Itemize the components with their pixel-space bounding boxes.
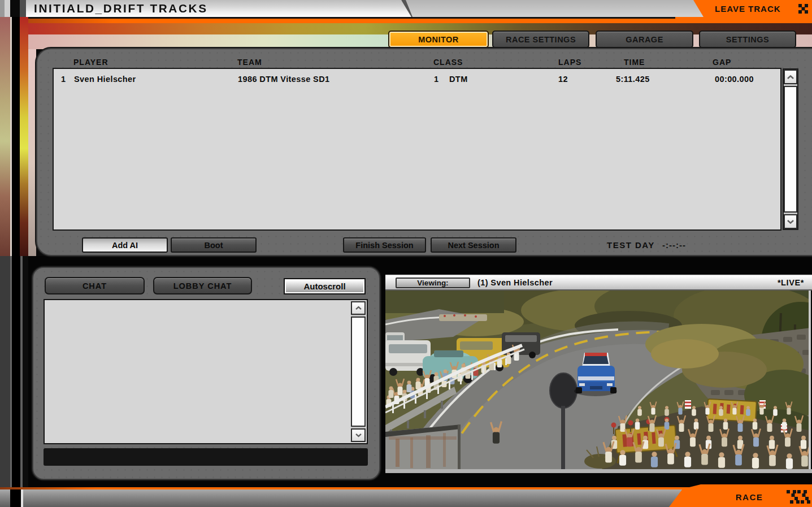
left-gutter-bottom bbox=[0, 256, 28, 487]
col-class: CLASS bbox=[433, 58, 463, 67]
autoscroll-label: Autoscroll bbox=[303, 281, 345, 291]
page-title: INITIALD_DRIFT TRACKS bbox=[34, 2, 208, 15]
viewing-button[interactable]: Viewing: bbox=[396, 278, 470, 288]
viewport-bottom-border bbox=[385, 469, 812, 473]
chat-panel: CHAT LOBBY CHAT Autoscroll bbox=[32, 267, 380, 480]
chat-message-list bbox=[44, 299, 368, 444]
row-laps: 12 bbox=[558, 75, 568, 84]
viewing-button-label: Viewing: bbox=[417, 279, 448, 287]
tab-monitor[interactable]: MONITOR bbox=[388, 31, 489, 48]
monitor-panel: PLAYER TEAM CLASS LAPS TIME GAP 1 Sven H… bbox=[36, 48, 812, 256]
boot-button[interactable]: Boot bbox=[171, 237, 257, 253]
chevron-up-icon bbox=[787, 75, 794, 80]
tab-race-settings-label: RACE SETTINGS bbox=[506, 35, 576, 44]
viewing-panel: Viewing: (1) Sven Hielscher *LIVE* bbox=[385, 275, 812, 474]
chevron-up-icon bbox=[355, 306, 362, 310]
row-team: 1986 DTM Vitesse SD1 bbox=[238, 75, 329, 84]
leave-track-label: LEAVE TRACK bbox=[715, 4, 781, 14]
col-laps: LAPS bbox=[558, 58, 581, 67]
scroll-up-button[interactable] bbox=[784, 70, 797, 84]
race-viewport bbox=[385, 291, 811, 469]
standings-header-row: PLAYER TEAM CLASS LAPS TIME GAP bbox=[37, 58, 812, 68]
col-team: TEAM bbox=[237, 58, 262, 67]
tab-race-settings[interactable]: RACE SETTINGS bbox=[492, 31, 589, 48]
add-ai-label: Add AI bbox=[112, 241, 138, 250]
boot-label: Boot bbox=[204, 241, 223, 250]
chat-scroll-thumb[interactable] bbox=[351, 317, 366, 427]
tab-garage-label: GARAGE bbox=[626, 35, 663, 44]
chat-scroll-down-button[interactable] bbox=[351, 428, 366, 442]
page-root: LEAVE TRACK INITIALD_DRIFT TRACKS MONITO… bbox=[0, 0, 812, 507]
next-session-button[interactable]: Next Session bbox=[431, 237, 516, 253]
row-time: 5:11.425 bbox=[616, 75, 650, 84]
footer-stripes bbox=[0, 489, 28, 507]
tab-settings-label: SETTINGS bbox=[726, 35, 770, 44]
race-viewport-scene bbox=[385, 291, 811, 469]
viewport-right-border bbox=[809, 291, 811, 469]
viewing-header: Viewing: (1) Sven Hielscher *LIVE* bbox=[385, 276, 812, 291]
col-time: TIME bbox=[624, 58, 645, 67]
row-pos: 1 bbox=[61, 75, 66, 84]
row-class: DTM bbox=[449, 75, 468, 84]
chat-tab-button[interactable]: CHAT bbox=[45, 277, 145, 294]
session-type-label: TEST DAY bbox=[607, 240, 655, 250]
left-gutter-top bbox=[0, 17, 28, 256]
lobby-chat-tab-label: LOBBY CHAT bbox=[173, 281, 232, 291]
lobby-chat-tab-button[interactable]: LOBBY CHAT bbox=[153, 277, 252, 294]
row-player: Sven Hielscher bbox=[74, 75, 136, 84]
finish-session-button[interactable]: Finish Session bbox=[343, 237, 426, 253]
scroll-down-button[interactable] bbox=[784, 214, 797, 229]
chevron-down-icon bbox=[355, 433, 362, 437]
leave-track-checkered-icon bbox=[798, 4, 808, 14]
race-label: RACE bbox=[736, 492, 763, 502]
live-badge: *LIVE* bbox=[778, 278, 804, 287]
row-class-pos: 1 bbox=[434, 75, 438, 84]
pastel-left-strip bbox=[28, 49, 36, 256]
viewing-target: (1) Sven Hielscher bbox=[477, 278, 553, 287]
chat-scrollbar bbox=[351, 301, 366, 442]
add-ai-button[interactable]: Add AI bbox=[82, 237, 168, 253]
next-session-label: Next Session bbox=[448, 241, 499, 250]
chat-scroll-up-button[interactable] bbox=[351, 301, 366, 315]
row-gap: 00:00.000 bbox=[715, 75, 754, 84]
standings-row[interactable]: 1 Sven Hielscher 1986 DTM Vitesse SD1 1 … bbox=[54, 69, 780, 86]
tab-garage[interactable]: GARAGE bbox=[596, 31, 693, 48]
finish-session-label: Finish Session bbox=[355, 241, 413, 250]
race-arrows-icon bbox=[787, 490, 810, 504]
col-player: PLAYER bbox=[73, 58, 108, 67]
standings-scrollbar bbox=[783, 68, 798, 230]
standings-list: 1 Sven Hielscher 1986 DTM Vitesse SD1 1 … bbox=[53, 68, 781, 231]
title-bar: LEAVE TRACK INITIALD_DRIFT TRACKS bbox=[0, 0, 812, 17]
tab-monitor-label: MONITOR bbox=[418, 35, 459, 44]
tab-settings[interactable]: SETTINGS bbox=[699, 31, 796, 48]
chat-tab-label: CHAT bbox=[82, 281, 107, 291]
session-time: -:--:-- bbox=[662, 240, 686, 250]
chat-input[interactable] bbox=[44, 448, 368, 466]
titlebar-segment-main: INITIALD_DRIFT TRACKS bbox=[26, 0, 411, 17]
scroll-thumb[interactable] bbox=[784, 86, 797, 213]
titlebar-segment-right bbox=[396, 0, 704, 17]
col-gap: GAP bbox=[713, 58, 731, 67]
autoscroll-button[interactable]: Autoscroll bbox=[284, 278, 366, 294]
chevron-down-icon bbox=[787, 219, 794, 224]
